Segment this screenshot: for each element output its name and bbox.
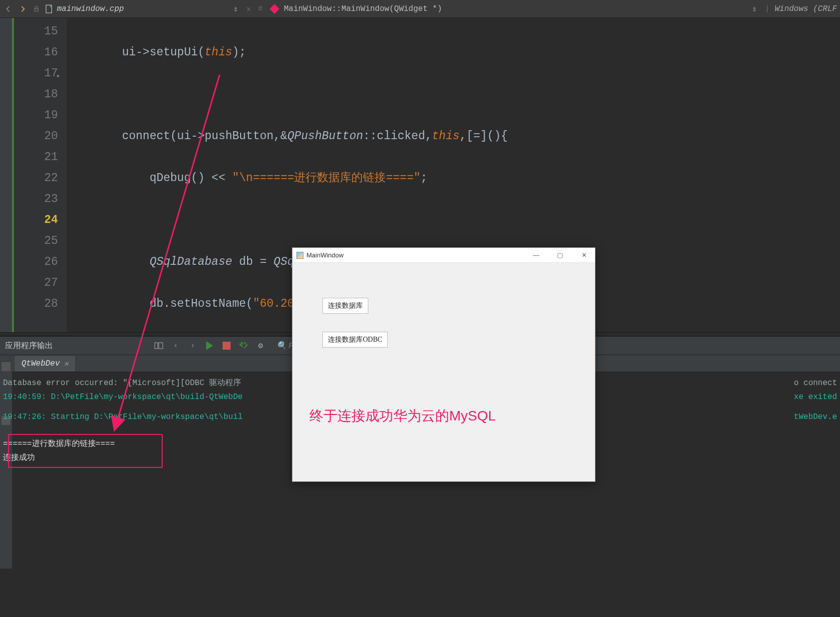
annotation-highlight-box bbox=[8, 434, 163, 468]
output-line: 19:40:59: D:\PetFile\my-workspace\qt\bui… bbox=[3, 390, 243, 404]
line-gutter: ▾ 15 16 17 18 19 20 21 22 23 24 25 26 27… bbox=[12, 18, 67, 332]
output-line: 19:47:26: Starting D:\PetFile\my-workspa… bbox=[3, 410, 243, 424]
chevron-right-icon[interactable]: › bbox=[187, 340, 199, 352]
sidebar-toggle-icon[interactable] bbox=[153, 340, 165, 352]
svg-rect-4 bbox=[159, 343, 163, 349]
output-toolbar: ‹ › ⚙ 🔍Filt bbox=[153, 340, 307, 352]
svg-rect-0 bbox=[35, 8, 38, 11]
search-icon: 🔍 bbox=[277, 342, 286, 351]
app-titlebar[interactable]: MainWindow — ▢ ✕ bbox=[292, 248, 595, 263]
symbol-breadcrumb[interactable]: MainWindow::MainWindow(QWidget *) bbox=[284, 4, 442, 13]
output-line: Database error occurred: "[Microsoft][OD… bbox=[3, 376, 241, 390]
maximize-icon[interactable]: ▢ bbox=[553, 251, 567, 259]
marker-rail bbox=[0, 18, 12, 332]
expand-up-icon[interactable] bbox=[1, 362, 10, 371]
file-icon bbox=[45, 4, 54, 13]
build-run-icon[interactable] bbox=[238, 340, 250, 352]
close-icon[interactable]: ✕ bbox=[577, 251, 591, 259]
output-tab-label: QtWebDev bbox=[21, 359, 60, 368]
gear-icon[interactable]: ⚙ bbox=[255, 340, 267, 352]
separator: ✕ bbox=[244, 4, 253, 14]
editor-breadcrumb-bar: mainwindow.cpp ⇕ ✕ # MainWindow::MainWin… bbox=[0, 0, 840, 18]
app-icon bbox=[296, 252, 303, 259]
stop-icon[interactable] bbox=[221, 340, 233, 352]
app-title: MainWindow bbox=[306, 251, 343, 259]
line-ending-label[interactable]: Windows (CRLF bbox=[775, 4, 837, 13]
updown-icon-2[interactable]: ⇕ bbox=[749, 3, 760, 14]
output-title: 应用程序输出 bbox=[5, 341, 53, 351]
symbol-marker-icon bbox=[270, 4, 280, 14]
close-icon[interactable]: ✕ bbox=[64, 359, 69, 369]
lock-icon[interactable] bbox=[31, 3, 42, 14]
hash-icon[interactable]: # bbox=[256, 4, 265, 13]
app-body: 连接数据库 连接数据库ODBC bbox=[292, 263, 595, 482]
chevron-left-icon[interactable]: ‹ bbox=[170, 340, 182, 352]
filename-label[interactable]: mainwindow.cpp bbox=[57, 4, 124, 13]
run-icon[interactable] bbox=[204, 340, 216, 352]
nav-back-icon[interactable] bbox=[3, 3, 14, 14]
svg-rect-3 bbox=[155, 343, 158, 349]
output-tab-qtwebdev[interactable]: QtWebDev ✕ bbox=[15, 356, 75, 371]
fold-icon[interactable]: ▾ bbox=[56, 66, 60, 87]
nav-forward-icon[interactable] bbox=[17, 3, 28, 14]
connect-db-button[interactable]: 连接数据库 bbox=[322, 298, 368, 314]
running-app-window[interactable]: MainWindow — ▢ ✕ 连接数据库 连接数据库ODBC bbox=[292, 247, 595, 482]
svg-point-2 bbox=[50, 5, 52, 7]
connect-db-odbc-button[interactable]: 连接数据库ODBC bbox=[322, 332, 388, 348]
minimize-icon[interactable]: — bbox=[529, 251, 543, 259]
updown-icon[interactable]: ⇕ bbox=[230, 3, 241, 14]
annotation-text: 终于连接成功华为云的MySQL bbox=[309, 407, 496, 425]
